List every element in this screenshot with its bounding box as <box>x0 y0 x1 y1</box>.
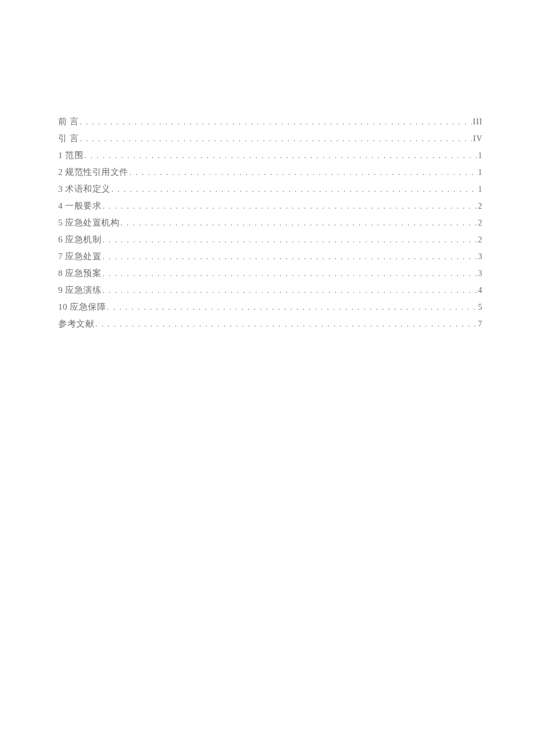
toc-entry-page: 5 <box>478 299 483 316</box>
toc-entry: 7 应急处置3 <box>58 248 483 265</box>
toc-entry: 2 规范性引用文件1 <box>58 164 483 181</box>
toc-entry: 参考文献7 <box>58 316 483 332</box>
toc-entry-title: 引 言 <box>58 130 79 146</box>
toc-entry-page: 4 <box>478 282 483 299</box>
toc-entry-page: 2 <box>478 198 483 214</box>
toc-entry: 8 应急预案3 <box>58 265 483 282</box>
toc-entry-title: 8 应急预案 <box>58 265 101 281</box>
toc-leader-dots <box>80 130 472 147</box>
toc-entry-title: 9 应急演练 <box>58 282 101 298</box>
toc-entry-page: 1 <box>478 181 483 198</box>
toc-entry-page: IV <box>473 131 483 147</box>
toc-entry-page: 2 <box>478 232 483 248</box>
toc-leader-dots <box>84 147 477 164</box>
toc-entry: 1 范围1 <box>58 147 483 164</box>
toc-leader-dots <box>102 231 477 248</box>
toc-entry-page: 1 <box>478 164 483 181</box>
toc-entry: 4 一般要求2 <box>58 198 483 214</box>
toc-entry-page: III <box>473 114 483 130</box>
toc-entry-title: 3 术语和定义 <box>58 181 110 197</box>
toc-entry-title: 1 范围 <box>58 147 83 163</box>
toc-entry-title: 2 规范性引用文件 <box>58 164 129 180</box>
toc-leader-dots <box>102 248 477 265</box>
toc-entry-title: 5 应急处置机构 <box>58 214 119 231</box>
toc-entry-title: 7 应急处置 <box>58 248 101 264</box>
toc-entry: 5 应急处置机构2 <box>58 214 483 231</box>
toc-entry: 引 言IV <box>58 130 483 147</box>
toc-entry-page: 3 <box>478 249 483 265</box>
toc-leader-dots <box>102 198 477 214</box>
table-of-contents: 前 言III引 言IV1 范围12 规范性引用文件13 术语和定义14 一般要求… <box>58 113 483 332</box>
toc-leader-dots <box>120 214 477 231</box>
toc-entry: 前 言III <box>58 113 483 130</box>
toc-leader-dots <box>80 113 472 130</box>
toc-leader-dots <box>95 316 477 332</box>
toc-entry-title: 4 一般要求 <box>58 198 101 214</box>
toc-leader-dots <box>107 299 477 316</box>
toc-entry-title: 参考文献 <box>58 316 94 332</box>
toc-entry-page: 3 <box>478 266 483 282</box>
toc-leader-dots <box>130 164 477 181</box>
toc-entry: 9 应急演练4 <box>58 282 483 299</box>
toc-leader-dots <box>102 282 477 299</box>
toc-leader-dots <box>102 265 477 282</box>
toc-entry-page: 2 <box>478 215 483 231</box>
toc-entry-title: 前 言 <box>58 113 79 130</box>
toc-entry: 6 应急机制2 <box>58 231 483 248</box>
toc-leader-dots <box>112 181 477 198</box>
toc-entry-title: 6 应急机制 <box>58 231 101 248</box>
toc-entry-title: 10 应急保障 <box>58 299 106 315</box>
toc-entry-page: 7 <box>478 316 483 332</box>
toc-entry-page: 1 <box>478 148 483 164</box>
toc-entry: 3 术语和定义1 <box>58 181 483 198</box>
toc-entry: 10 应急保障5 <box>58 299 483 316</box>
